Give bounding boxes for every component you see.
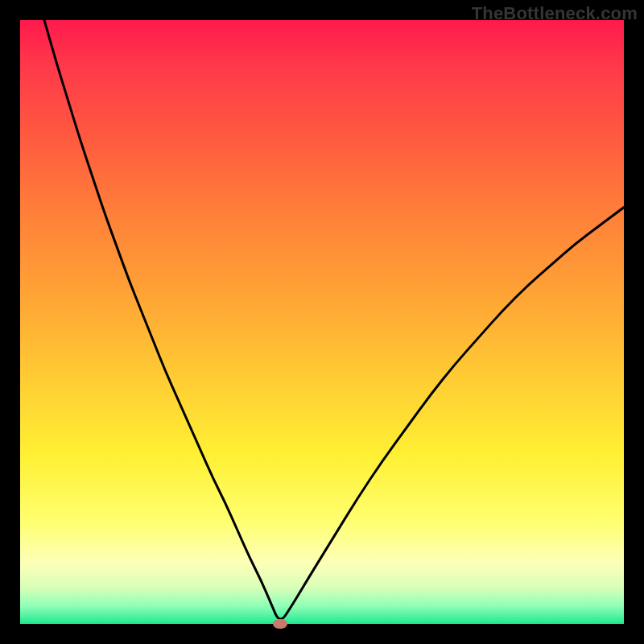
- optimum-marker: [273, 619, 287, 629]
- chart-plot-area: [20, 20, 624, 624]
- bottleneck-curve: [20, 20, 624, 624]
